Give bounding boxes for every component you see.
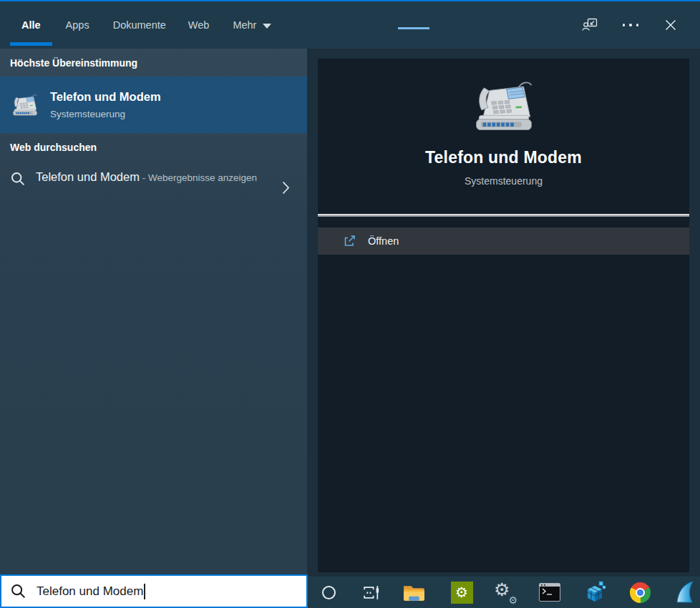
open-external-icon bbox=[342, 234, 356, 248]
detail-title: Telefon und Modem bbox=[318, 148, 689, 167]
cortana-icon[interactable] bbox=[314, 578, 343, 607]
fax-phone-icon bbox=[472, 77, 535, 135]
results-panel: Höchste Übereinstimmung Telefon und Mode… bbox=[0, 49, 307, 577]
tab-label: Alle bbox=[21, 19, 41, 31]
wireshark-icon[interactable] bbox=[670, 578, 699, 607]
file-explorer-icon[interactable] bbox=[399, 578, 428, 607]
tab-label: Apps bbox=[66, 19, 89, 31]
search-header: Alle Apps Dokumente Web Mehr bbox=[0, 1, 700, 49]
web-query: Telefon und Modem bbox=[36, 170, 140, 183]
web-suffix: - Webergebnisse anzeigen bbox=[140, 172, 257, 183]
search-flyout-window: Alle Apps Dokumente Web Mehr bbox=[0, 0, 700, 577]
result-best-match[interactable]: Telefon und Modem Systemsteuerung bbox=[0, 77, 307, 133]
detail-hero: Telefon und Modem Systemsteuerung bbox=[318, 59, 689, 214]
result-texts: Telefon und Modem Systemsteuerung bbox=[50, 90, 161, 119]
explorer-active-underline-overlay bbox=[398, 27, 429, 29]
window-top-accent bbox=[0, 0, 700, 1]
tab-alle[interactable]: Alle bbox=[10, 1, 52, 49]
filter-tabs: Alle Apps Dokumente Web Mehr bbox=[0, 1, 271, 49]
tab-label: Dokumente bbox=[113, 19, 166, 31]
search-input[interactable]: Telefon und Modem bbox=[0, 574, 308, 608]
detail-panel: Telefon und Modem Systemsteuerung Öffnen bbox=[307, 49, 700, 577]
tab-web[interactable]: Web bbox=[188, 1, 210, 49]
detail-gap bbox=[318, 217, 689, 227]
tab-label: Web bbox=[188, 19, 210, 31]
text-cursor bbox=[144, 584, 145, 599]
header-icons bbox=[581, 16, 700, 34]
chrome-icon[interactable] bbox=[626, 578, 654, 607]
feedback-icon[interactable] bbox=[581, 16, 600, 34]
chevron-right-icon[interactable] bbox=[282, 181, 290, 195]
search-icon bbox=[11, 584, 26, 599]
search-value: Telefon und Modem bbox=[37, 584, 143, 599]
action-open[interactable]: Öffnen bbox=[318, 227, 689, 255]
tab-mehr[interactable]: Mehr bbox=[233, 1, 271, 49]
command-prompt-icon[interactable] bbox=[535, 578, 564, 607]
active-tab-underline bbox=[10, 42, 52, 46]
detail-card: Telefon und Modem Systemsteuerung Öffnen bbox=[318, 59, 689, 572]
caret-down-icon bbox=[263, 24, 271, 29]
search-icon bbox=[11, 172, 25, 186]
result-web-search[interactable]: Telefon und Modem - Webergebnisse anzeig… bbox=[0, 161, 307, 216]
fax-phone-icon bbox=[11, 92, 39, 119]
action-label: Öffnen bbox=[368, 235, 399, 247]
tab-apps[interactable]: Apps bbox=[66, 1, 89, 49]
settings-tile-icon[interactable]: ⚙ bbox=[447, 578, 476, 607]
registry-editor-icon[interactable] bbox=[580, 578, 609, 607]
task-view-icon[interactable] bbox=[356, 578, 385, 607]
tab-dokumente[interactable]: Dokumente bbox=[113, 1, 166, 49]
section-web-search: Web durchsuchen bbox=[0, 133, 307, 161]
close-icon[interactable] bbox=[661, 16, 680, 34]
tab-label: Mehr bbox=[233, 19, 256, 31]
web-result-text: Telefon und Modem - Webergebnisse anzeig… bbox=[36, 167, 259, 187]
system-gears-icon[interactable]: ⚙⚙ bbox=[491, 578, 520, 607]
result-subtitle: Systemsteuerung bbox=[50, 109, 161, 119]
detail-subtitle: Systemsteuerung bbox=[318, 175, 689, 187]
result-title: Telefon und Modem bbox=[50, 90, 161, 104]
windows-search-screen: Alle Apps Dokumente Web Mehr bbox=[0, 0, 700, 608]
section-best-match: Höchste Übereinstimmung bbox=[0, 49, 307, 77]
more-options-icon[interactable] bbox=[621, 16, 640, 34]
